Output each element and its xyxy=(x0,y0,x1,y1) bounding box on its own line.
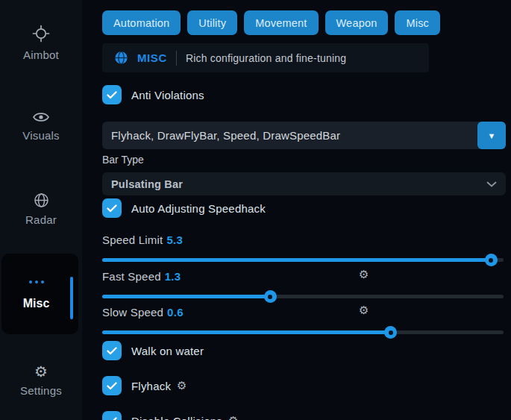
checkbox-checked-icon xyxy=(102,411,122,420)
tab-automation[interactable]: Automation xyxy=(102,10,181,35)
crosshair-icon xyxy=(31,24,51,43)
sidebar-item-misc[interactable]: Misc xyxy=(1,254,78,334)
tab-misc[interactable]: Misc xyxy=(395,10,440,35)
section-subtitle: Rich configuration and fine-tuning xyxy=(186,52,346,64)
content-panel: Automation Utility Movement Weapon Misc … xyxy=(82,0,511,420)
checkbox-checked-icon xyxy=(102,85,122,104)
checkbox-flyhack[interactable]: Flyhack ⚙ xyxy=(102,376,187,395)
sidebar-item-label: Aimbot xyxy=(23,48,59,61)
checkbox-checked-icon xyxy=(102,198,122,218)
checkbox-anti-violations[interactable]: Anti Violations xyxy=(102,85,204,104)
checkbox-auto-adjusting-speedhack[interactable]: Auto Adjusting Speedhack xyxy=(102,198,266,218)
multiselect-value: Flyhack, DrawFlyBar, Speed, DrawSpeedBar xyxy=(102,129,477,142)
fast-speed-slider[interactable] xyxy=(102,289,504,303)
slider-thumb[interactable] xyxy=(264,290,277,303)
gear-icon[interactable]: ⚙ xyxy=(359,269,369,280)
sidebar-item-label: Misc xyxy=(1,297,71,310)
eye-icon xyxy=(32,110,50,124)
sidebar-item-aimbot[interactable]: Aimbot xyxy=(0,24,82,61)
bar-type-dropdown[interactable]: Pulsating Bar xyxy=(102,172,506,195)
globe-icon xyxy=(34,192,49,208)
gear-icon[interactable]: ⚙ xyxy=(359,305,369,316)
sidebar-item-label: Radar xyxy=(25,213,57,226)
sidebar-item-visuals[interactable]: Visuals xyxy=(0,110,82,142)
sidebar-item-label: Visuals xyxy=(22,129,59,142)
ellipsis-icon xyxy=(1,280,71,283)
checkbox-disable-collisions[interactable]: Disable Collisions ⚙ xyxy=(102,411,239,420)
sidebar-item-settings[interactable]: ⚙ Settings xyxy=(0,364,82,397)
gear-icon: ⚙ xyxy=(34,364,48,379)
sidebar-item-label: Settings xyxy=(20,384,62,397)
globe-icon xyxy=(114,51,128,65)
sidebar: Aimbot Visuals Radar Mi xyxy=(0,0,82,420)
active-indicator xyxy=(70,277,73,319)
slider-thumb[interactable] xyxy=(485,254,498,266)
divider xyxy=(176,51,177,66)
tab-utility[interactable]: Utility xyxy=(187,10,237,35)
tab-movement[interactable]: Movement xyxy=(244,10,318,35)
checkbox-checked-icon xyxy=(102,341,122,360)
sidebar-item-radar[interactable]: Radar xyxy=(0,192,82,226)
gear-icon[interactable]: ⚙ xyxy=(177,380,187,392)
chevron-down-icon xyxy=(486,181,497,187)
slider-thumb[interactable] xyxy=(384,326,397,339)
gear-icon[interactable]: ⚙ xyxy=(228,416,239,420)
checkbox-walk-on-water[interactable]: Walk on water xyxy=(102,341,204,360)
slow-speed-slider[interactable] xyxy=(102,325,504,339)
speed-limit-slider[interactable] xyxy=(102,253,504,266)
dropdown-value: Pulsating Bar xyxy=(111,178,486,190)
checkbox-label: Disable Collisions ⚙ xyxy=(131,415,239,420)
app-window: Aimbot Visuals Radar Mi xyxy=(0,0,511,420)
tab-weapon[interactable]: Weapon xyxy=(325,10,389,35)
section-title: MISC xyxy=(137,51,167,64)
checkbox-label: Anti Violations xyxy=(131,89,204,101)
slider-fill xyxy=(102,258,492,262)
speed-limit-value: 5.3 xyxy=(166,233,183,246)
checkbox-checked-icon xyxy=(102,376,122,395)
slider-fill xyxy=(102,330,391,334)
section-header: MISC Rich configuration and fine-tuning xyxy=(102,43,429,72)
tab-bar: Automation Utility Movement Weapon Misc xyxy=(102,10,440,35)
slider-fill xyxy=(102,295,271,298)
fast-speed-label: Fast Speed1.3 ⚙ xyxy=(102,270,181,283)
slow-speed-label: Slow Speed0.6 ⚙ xyxy=(102,306,184,319)
speed-limit-label: Speed Limit5.3 xyxy=(102,233,183,246)
feature-multiselect[interactable]: Flyhack, DrawFlyBar, Speed, DrawSpeedBar… xyxy=(102,122,506,149)
checkbox-label: Flyhack ⚙ xyxy=(131,380,187,392)
checkbox-label: Walk on water xyxy=(131,345,204,357)
slow-speed-value: 0.6 xyxy=(167,306,184,319)
multiselect-expand-button[interactable]: ▼ xyxy=(477,122,506,149)
fast-speed-value: 1.3 xyxy=(165,270,181,283)
triangle-down-icon: ▼ xyxy=(488,131,496,140)
checkbox-label: Auto Adjusting Speedhack xyxy=(131,202,266,215)
bar-type-label: Bar Type xyxy=(102,154,144,166)
